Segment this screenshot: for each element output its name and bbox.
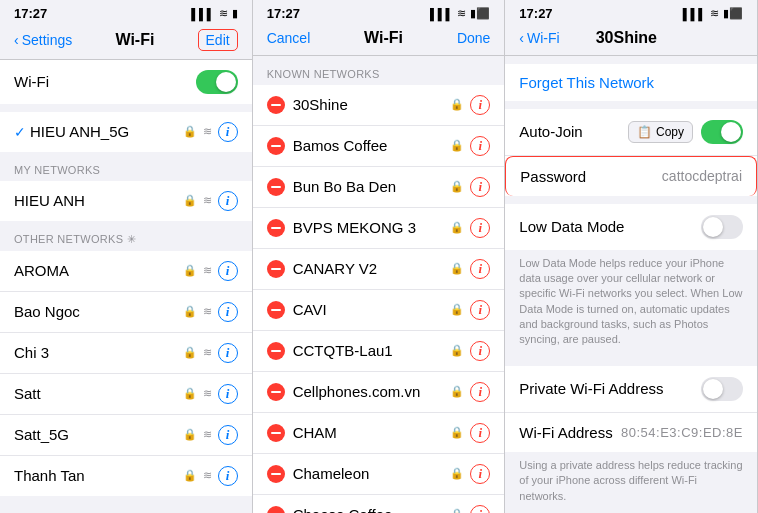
panel-network-detail: 17:27 ▌▌▌ ≋ ▮⬛ ‹ Wi-Fi 30Shine Forget Th…: [505, 0, 758, 513]
list-item[interactable]: Bamos Coffee 🔒 i: [253, 126, 505, 167]
lock-icon-b: 🔒: [183, 305, 197, 318]
info-icon-cct[interactable]: i: [470, 341, 490, 361]
lock-icon-cct: 🔒: [450, 344, 464, 357]
wifi-toggle-label: Wi-Fi: [14, 73, 196, 90]
remove-icon-30shine[interactable]: [267, 96, 285, 114]
remove-icon-cell[interactable]: [267, 383, 285, 401]
password-row[interactable]: Password cattocdeptrai: [505, 156, 757, 196]
low-data-mode-toggle[interactable]: [701, 215, 743, 239]
wifi-status-icon-2: ≋: [457, 7, 466, 20]
lock-icon-bamos: 🔒: [450, 139, 464, 152]
list-item[interactable]: BVPS MEKONG 3 🔒 i: [253, 208, 505, 249]
edit-button[interactable]: Edit: [198, 29, 238, 51]
wifi-address-desc: Using a private address helps reduce tra…: [505, 452, 757, 513]
info-icon-bamos[interactable]: i: [470, 136, 490, 156]
remove-icon-cct[interactable]: [267, 342, 285, 360]
wifi-toggle[interactable]: [196, 70, 238, 94]
lock-icon-d: 🔒: [183, 387, 197, 400]
remove-icon-bvps[interactable]: [267, 219, 285, 237]
info-icon-b[interactable]: i: [218, 302, 238, 322]
signal-icon-2: ▌▌▌: [430, 8, 453, 20]
status-time-3: 17:27: [519, 6, 552, 21]
network-cheese: Cheese Coffee: [293, 506, 451, 513]
auto-join-toggle[interactable]: [701, 120, 743, 144]
cancel-button[interactable]: Cancel: [267, 30, 311, 46]
info-icon[interactable]: i: [218, 122, 238, 142]
info-icon-c[interactable]: i: [218, 343, 238, 363]
info-icon-30s[interactable]: i: [470, 95, 490, 115]
status-bar-1: 17:27 ▌▌▌ ≋ ▮: [0, 0, 252, 25]
info-icon-f[interactable]: i: [218, 466, 238, 486]
info-icon-cell[interactable]: i: [470, 382, 490, 402]
wifi-icon-2: ≋: [203, 194, 212, 207]
info-icon-e[interactable]: i: [218, 425, 238, 445]
info-icon-cavi[interactable]: i: [470, 300, 490, 320]
auto-join-group: Auto-Join 📋 Copy Password cattocdeptrai: [505, 109, 757, 196]
info-icon-bvps[interactable]: i: [470, 218, 490, 238]
remove-icon-bamos[interactable]: [267, 137, 285, 155]
other-networks-header: OTHER NETWORKS ✳: [0, 221, 252, 251]
lock-icon-c: 🔒: [183, 346, 197, 359]
lock-icon-cham2: 🔒: [450, 467, 464, 480]
list-item[interactable]: Satt 🔒 ≋ i: [0, 374, 252, 415]
back-to-wifi[interactable]: ‹ Wi-Fi: [519, 30, 559, 46]
list-item[interactable]: CCTQTB-Lau1 🔒 i: [253, 331, 505, 372]
info-icon-bun[interactable]: i: [470, 177, 490, 197]
wifi-status-icon: ≋: [219, 7, 228, 20]
info-icon-2[interactable]: i: [218, 191, 238, 211]
info-icon-canary[interactable]: i: [470, 259, 490, 279]
list-item[interactable]: Thanh Tan 🔒 ≋ i: [0, 456, 252, 496]
battery-icon-3: ▮⬛: [723, 7, 743, 20]
remove-icon-cham[interactable]: [267, 424, 285, 442]
info-icon-a[interactable]: i: [218, 261, 238, 281]
list-item[interactable]: Satt_5G 🔒 ≋ i: [0, 415, 252, 456]
chevron-left-icon-3: ‹: [519, 30, 524, 46]
list-item[interactable]: CHAM 🔒 i: [253, 413, 505, 454]
forget-network-row[interactable]: Forget This Network: [505, 64, 757, 101]
low-data-mode-row[interactable]: Low Data Mode: [505, 204, 757, 250]
copy-label: Copy: [656, 125, 684, 139]
info-icon-cham[interactable]: i: [470, 423, 490, 443]
private-wifi-row[interactable]: Private Wi-Fi Address: [505, 366, 757, 413]
low-data-mode-label: Low Data Mode: [519, 218, 701, 235]
lock-icon-e: 🔒: [183, 428, 197, 441]
password-value: cattocdeptrai: [662, 168, 742, 184]
info-icon-cheese[interactable]: i: [470, 505, 490, 514]
remove-icon-chameleon[interactable]: [267, 465, 285, 483]
private-wifi-toggle[interactable]: [701, 377, 743, 401]
private-wifi-label: Private Wi-Fi Address: [519, 380, 701, 397]
lock-icon-canary: 🔒: [450, 262, 464, 275]
list-item[interactable]: CANARY V2 🔒 i: [253, 249, 505, 290]
done-button[interactable]: Done: [457, 30, 490, 46]
list-item[interactable]: AROMA 🔒 ≋ i: [0, 251, 252, 292]
remove-icon-cheese[interactable]: [267, 506, 285, 514]
wifi-toggle-row[interactable]: Wi-Fi: [0, 60, 252, 104]
list-item[interactable]: Bun Bo Ba Den 🔒 i: [253, 167, 505, 208]
list-item[interactable]: 30Shine 🔒 i: [253, 85, 505, 126]
chevron-left-icon: ‹: [14, 32, 19, 48]
my-network-row[interactable]: HIEU ANH 🔒 ≋ i: [0, 181, 252, 221]
network-30shine: 30Shine: [293, 96, 451, 113]
list-item[interactable]: Chi 3 🔒 ≋ i: [0, 333, 252, 374]
remove-icon-canary[interactable]: [267, 260, 285, 278]
known-network-row[interactable]: ✓ HIEU ANH_5G 🔒 ≋ i: [0, 112, 252, 152]
network-cct: CCTQTB-Lau1: [293, 342, 451, 359]
list-item[interactable]: CAVI 🔒 i: [253, 290, 505, 331]
remove-icon-cavi[interactable]: [267, 301, 285, 319]
list-item[interactable]: Bao Ngoc 🔒 ≋ i: [0, 292, 252, 333]
forget-network-label: Forget This Network: [519, 74, 654, 91]
private-wifi-group: Private Wi-Fi Address Wi-Fi Address 80:5…: [505, 366, 757, 452]
list-item[interactable]: Cellphones.com.vn 🔒 i: [253, 372, 505, 413]
back-to-settings[interactable]: ‹ Settings: [14, 32, 72, 48]
nav-title-1: Wi-Fi: [115, 31, 154, 49]
lock-icon-bun: 🔒: [450, 180, 464, 193]
list-item[interactable]: Chameleon 🔒 i: [253, 454, 505, 495]
auto-join-row[interactable]: Auto-Join 📋 Copy: [505, 109, 757, 156]
list-item[interactable]: Cheese Coffee 🔒 i: [253, 495, 505, 514]
remove-icon-bun[interactable]: [267, 178, 285, 196]
info-icon-cham2[interactable]: i: [470, 464, 490, 484]
status-time-1: 17:27: [14, 6, 47, 21]
status-icons-1: ▌▌▌ ≋ ▮: [191, 7, 237, 20]
copy-button[interactable]: 📋 Copy: [628, 121, 693, 143]
info-icon-d[interactable]: i: [218, 384, 238, 404]
